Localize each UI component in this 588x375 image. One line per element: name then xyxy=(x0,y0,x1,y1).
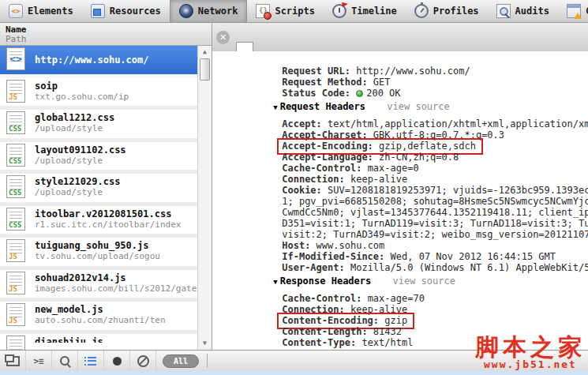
console-drawer-icon xyxy=(33,357,43,366)
dock-window-icon xyxy=(6,356,20,366)
bottom-status-bar: All xyxy=(0,350,588,371)
css-file-icon xyxy=(6,175,25,198)
sidebar-scrollbar[interactable]: ▲ ▼ xyxy=(197,46,212,350)
header-line: Content-Type:text/html xyxy=(212,326,588,337)
header-line: User-Agent:Mozilla/5.0 (Windows NT 6.1) … xyxy=(212,251,588,262)
header-line: D351=visit:1; TurnAD119=visit:3; TurnAD1… xyxy=(212,207,588,218)
header-line: Request Headersview source xyxy=(212,90,588,101)
list-view-icon xyxy=(86,357,96,366)
devtools-window: Elements Resources Network Scripts Timel… xyxy=(0,0,588,375)
request-path: /upload/style xyxy=(35,156,198,167)
scrollbar-thumb[interactable] xyxy=(200,58,210,81)
audits-icon xyxy=(496,4,511,18)
header-line: Accept:text/html,application/xhtml+xml,a… xyxy=(212,107,588,118)
toolbar-tab-label: Profiles xyxy=(433,6,479,17)
details-tab[interactable] xyxy=(269,43,285,51)
details-tab[interactable] xyxy=(236,42,253,51)
request-list-item[interactable]: global1212.css /upload/style xyxy=(0,110,198,142)
js-file-icon xyxy=(6,272,25,294)
scripts-icon xyxy=(256,4,270,18)
request-list-item[interactable]: style121029.css /upload/style xyxy=(0,174,198,206)
request-path: auto.sohu.com/zhuanti/ten xyxy=(35,315,198,326)
toolbar-tab[interactable]: Scripts xyxy=(247,0,324,22)
request-list-item[interactable]: new_model.js auto.sohu.com/zhuanti/ten xyxy=(0,302,198,334)
details-tab[interactable] xyxy=(253,43,269,51)
column-header-name: Name xyxy=(6,24,212,35)
request-name: style121029.css xyxy=(35,174,198,187)
bottom-bar-button[interactable] xyxy=(104,351,130,371)
request-list-item[interactable]: http://www.sohu.com/ xyxy=(0,46,198,78)
header-line: CwmdCc5Nm0; vjlast=1345377644.1352119418… xyxy=(212,196,588,207)
header-line: Accept-Language:zh-CN,zh;q=0.8 xyxy=(212,141,588,152)
header-key: Content-Type: xyxy=(282,337,361,348)
request-list-item[interactable]: itoolbar.v2012081501.css r1.suc.itc.cn/i… xyxy=(0,206,198,238)
request-path: /upload/style xyxy=(35,123,198,134)
request-list-item[interactable]: sohuad2012v14.js images.sohu.com/bill/s2… xyxy=(0,270,198,302)
request-name: http://www.sohu.com/ xyxy=(35,46,198,66)
request-path: tv.sohu.com/upload/sogou xyxy=(35,251,198,262)
header-line: Request URL:http://www.sohu.com/ xyxy=(212,54,588,66)
bottom-bar-button[interactable] xyxy=(78,351,104,371)
js-file-icon xyxy=(6,336,25,351)
header-line: Content-Length:81432 xyxy=(212,315,588,326)
record-icon xyxy=(113,357,122,366)
bottom-bar-button[interactable] xyxy=(0,351,26,371)
header-line: Accept-Charset:GBK,utf-8;q=0.7,*;q=0.3 xyxy=(212,118,588,129)
annotation-box: Content-Type:text/html xyxy=(282,337,413,348)
request-name: layout091102.css xyxy=(35,142,198,156)
toolbar-tab[interactable]: Profiles xyxy=(406,0,488,22)
request-list-item[interactable]: tuiguang_sohu_950.js tv.sohu.com/upload/… xyxy=(0,238,198,270)
details-tab[interactable] xyxy=(285,43,301,51)
header-line: Cookie:SUV=1208181819253971; vjuids=-126… xyxy=(212,174,588,185)
details-tab[interactable] xyxy=(301,43,316,51)
js-file-icon xyxy=(6,239,25,262)
toolbar-tab[interactable]: Network xyxy=(170,0,248,22)
header-line: If-Modified-Since:Wed, 07 Nov 2012 16:44… xyxy=(212,240,588,251)
scroll-up-icon[interactable]: ▲ xyxy=(198,47,212,57)
header-line: Request Method:GET xyxy=(212,66,588,77)
header-line: Connection:keep-alive xyxy=(212,163,588,174)
js-file-icon xyxy=(6,303,25,326)
details-tab-bar: ✕ xyxy=(212,23,588,51)
column-header-path: Path xyxy=(6,35,212,44)
request-name: dianshiju.js xyxy=(35,334,198,343)
request-path: /upload/style xyxy=(35,187,198,198)
header-line: Status Code:200 OK xyxy=(212,77,588,88)
bottom-bar-button[interactable] xyxy=(26,351,52,371)
request-list-item[interactable]: layout091102.css /upload/style xyxy=(0,142,198,174)
close-icon[interactable]: ✕ xyxy=(216,31,230,44)
filter-all-button[interactable]: All xyxy=(163,354,199,368)
request-path: images.sohu.com/bill/s2012/gates/a xyxy=(35,283,198,294)
toolbar-tab[interactable]: Console xyxy=(558,0,588,22)
toolbar-tab-label: Scripts xyxy=(275,6,315,17)
request-name: global1212.css xyxy=(35,110,198,123)
toolbar-tab-label: Timeline xyxy=(351,6,397,17)
request-list-item[interactable]: dianshiju.js xyxy=(0,334,198,351)
bottom-bar-button[interactable] xyxy=(52,351,78,371)
request-list-header: Name Path xyxy=(0,23,212,46)
headers-view: Request URL:http://www.sohu.com/ Request… xyxy=(212,51,588,350)
js-file-icon xyxy=(6,80,25,103)
toolbar-tab[interactable]: Audits xyxy=(488,0,558,22)
devtools-toolbar: Elements Resources Network Scripts Timel… xyxy=(0,0,588,23)
clear-icon xyxy=(137,355,149,367)
request-details-panel: ✕ Request URL:http://www.sohu.com/ Reque… xyxy=(212,23,588,350)
scroll-down-icon[interactable]: ▼ xyxy=(198,339,212,348)
window-edge xyxy=(0,371,588,375)
console-icon xyxy=(567,4,581,18)
request-list-item[interactable]: soip txt.go.sohu.com/ip xyxy=(0,78,198,111)
toolbar-tab-label: Resources xyxy=(110,6,161,17)
toolbar-tab-label: Network xyxy=(198,6,238,17)
toolbar-tab[interactable]: Timeline xyxy=(324,0,406,22)
toolbar-tab-label: Elements xyxy=(28,6,73,17)
toolbar-tab[interactable]: Resources xyxy=(82,0,170,22)
header-line: Connection:keep-alive xyxy=(212,293,588,304)
header-line: visit:2; TurnAD349=visit:2; weibo_msg_ve… xyxy=(212,218,588,229)
network-request-list: Name Path http://www.sohu.com/ soip txt.… xyxy=(0,23,212,350)
header-line: Content-Encoding:gzip xyxy=(212,304,588,315)
toolbar-tab-label: Audits xyxy=(515,6,549,17)
bottom-bar-button[interactable] xyxy=(130,351,156,371)
header-line: Accept-Encoding:gzip,deflate,sdch xyxy=(212,129,588,141)
toolbar-tab[interactable]: Elements xyxy=(0,0,82,22)
divider xyxy=(207,354,208,368)
